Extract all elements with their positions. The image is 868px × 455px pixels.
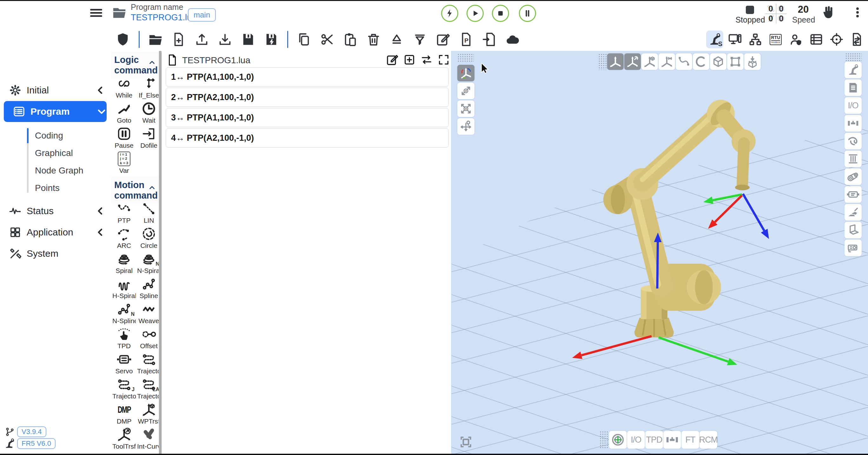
download-button[interactable] xyxy=(218,32,232,47)
sidebar-item-system[interactable]: System xyxy=(0,245,111,262)
vp-frame-base-button[interactable] xyxy=(607,53,624,70)
cut-button[interactable] xyxy=(320,32,335,47)
tool-controller-card-button[interactable] xyxy=(844,239,862,256)
user-admin-button[interactable] xyxy=(787,30,805,48)
vp-show-cube-button[interactable] xyxy=(710,53,726,70)
panel-rcm-button[interactable]: RCM xyxy=(700,431,717,449)
palette-item-wait[interactable]: Wait xyxy=(137,101,161,125)
menu-hamburger-icon[interactable] xyxy=(90,8,102,19)
palette-item-wptrsf[interactable]: WPTrsf xyxy=(137,402,161,426)
palette-item-var[interactable]: i = 1j = 2k = 3Var xyxy=(112,151,136,176)
palette-item-ptp[interactable]: PTP xyxy=(112,201,136,226)
edit-program-button[interactable] xyxy=(386,53,399,66)
tool-gripper-button[interactable] xyxy=(844,115,862,132)
palette-item-trajectoryla[interactable]: LATrajectoryLA xyxy=(137,376,161,401)
vp-frame-tool-button[interactable] xyxy=(624,53,641,70)
file-import-button[interactable] xyxy=(482,32,497,47)
robot-setup-button[interactable]: S xyxy=(706,30,723,48)
save-as-button[interactable] xyxy=(264,32,279,47)
file-p-button[interactable]: P xyxy=(459,32,473,47)
kebab-menu-icon[interactable] xyxy=(851,4,864,20)
file-new-button[interactable] xyxy=(172,32,186,47)
palette-item-dmp[interactable]: DMPDMP xyxy=(112,402,136,426)
fullscreen-button[interactable] xyxy=(437,53,450,66)
edit-file-button[interactable] xyxy=(436,32,451,47)
palette-item-int-curve[interactable]: Int-Curve xyxy=(137,427,161,452)
stop-button[interactable] xyxy=(492,5,509,22)
filter-button[interactable] xyxy=(412,32,427,47)
sidebar-subitem-node-graph[interactable]: Node Graph xyxy=(35,166,84,176)
vp-import-model-button[interactable] xyxy=(744,53,761,70)
palette-item-n-spiral[interactable]: NN-Spiral xyxy=(137,251,161,276)
bottom-toolbar-drag-handle[interactable] xyxy=(599,431,608,449)
panel-ft-button[interactable]: FT xyxy=(681,431,699,449)
program-line[interactable]: 4↔ PTP(A2,100,-1,0) xyxy=(166,129,449,147)
sidebar-subitem-coding[interactable]: Coding xyxy=(35,131,63,141)
register-table-button[interactable] xyxy=(808,30,825,48)
sidebar-subitem-points[interactable]: Points xyxy=(35,183,60,193)
tool-weld-torch-button[interactable] xyxy=(844,204,862,221)
view-move-m-diag-button[interactable]: M xyxy=(457,83,474,99)
view-move-m-free-button[interactable]: M xyxy=(457,101,474,117)
copy-button[interactable] xyxy=(297,32,311,47)
palette-item-while[interactable]: While xyxy=(112,76,136,101)
sidebar-item-application[interactable]: Application xyxy=(0,224,111,240)
palette-section-title[interactable]: Logic command xyxy=(111,52,162,79)
palette-item-offset[interactable]: Offset xyxy=(137,326,161,351)
software-version-badge[interactable]: V3.9.4 xyxy=(17,426,46,437)
vp-show-workspace-button[interactable] xyxy=(727,53,744,70)
sidebar-item-initial[interactable]: Initial xyxy=(0,82,111,98)
palette-item-spiral[interactable]: Spiral xyxy=(112,251,136,276)
palette-item-h-spiral[interactable]: H-Spiral xyxy=(112,276,136,301)
top-toolbar-drag-handle[interactable] xyxy=(598,53,607,70)
vp-show-path-button[interactable] xyxy=(676,53,692,70)
folder-open-button[interactable] xyxy=(148,32,163,47)
program-line[interactable]: 3↔ PTP(A1,100,-1,0) xyxy=(166,108,449,127)
sidebar-item-program[interactable]: Program xyxy=(4,101,106,122)
file-transfer-button[interactable] xyxy=(848,30,865,48)
save-button[interactable] xyxy=(241,32,255,47)
delete-button[interactable] xyxy=(366,32,381,47)
paste-button[interactable] xyxy=(343,32,358,47)
panel-tpd-button[interactable]: TPD xyxy=(645,431,663,449)
panel-center-target-button[interactable] xyxy=(609,431,627,449)
palette-item-arc[interactable]: ARC xyxy=(112,226,136,251)
tool-program-list-button[interactable] xyxy=(844,80,862,96)
viewport-fullscreen-button[interactable] xyxy=(457,433,475,451)
right-toolbar-drag-handle[interactable] xyxy=(845,53,862,61)
pause-button[interactable] xyxy=(519,5,536,22)
palette-item-spline[interactable]: Spline xyxy=(137,276,161,301)
program-file-name[interactable]: TESTPROG1.lua xyxy=(131,13,196,23)
vp-frame-extaxis-button[interactable] xyxy=(658,53,675,70)
modbus-rtu-button[interactable]: RTUmodbus xyxy=(767,30,784,48)
robot-arm-model[interactable] xyxy=(603,99,756,337)
tool-conveyor-belt-button[interactable] xyxy=(844,168,862,185)
palette-item-circle[interactable]: Circle xyxy=(137,226,161,251)
vp-show-circle-button[interactable] xyxy=(693,53,709,70)
left-toolbar-drag-handle[interactable] xyxy=(457,53,474,63)
palette-item-pause[interactable]: Pause xyxy=(112,126,136,151)
tool-io-panel-button[interactable]: I/O xyxy=(844,97,862,114)
robot-version-badge[interactable]: FR5 V6.0 xyxy=(17,438,56,449)
program-line[interactable]: 1↔ PTP(A1,100,-1,0) xyxy=(166,67,449,86)
tool-lift-axis-button[interactable] xyxy=(844,151,862,167)
play-button[interactable] xyxy=(467,5,484,22)
palette-item-goto[interactable]: Goto xyxy=(112,101,136,125)
shield-button[interactable] xyxy=(116,32,130,47)
add-line-button[interactable] xyxy=(403,53,416,66)
view-locate-pin-button[interactable] xyxy=(457,118,474,135)
calibration-button[interactable] xyxy=(828,30,845,48)
tool-tool-claw-button[interactable] xyxy=(844,133,862,149)
palette-item-dofile[interactable]: Dofile xyxy=(137,126,161,151)
vp-frame-wobj-button[interactable] xyxy=(642,53,658,70)
palette-section-title[interactable]: Motion command xyxy=(111,177,162,204)
palette-item-tooltrsf[interactable]: ToolTrsf xyxy=(112,427,136,452)
sidebar-item-status[interactable]: Status xyxy=(0,203,111,219)
upload-button[interactable] xyxy=(194,32,209,47)
palette-scrollbar-thumb[interactable] xyxy=(159,51,161,455)
eject-button[interactable] xyxy=(390,32,404,47)
panel-io-button[interactable]: I/O xyxy=(627,431,645,449)
reorder-lines-button[interactable] xyxy=(420,53,433,66)
monitor-button[interactable] xyxy=(726,30,744,48)
sidebar-subitem-graphical[interactable]: Graphical xyxy=(35,148,73,158)
